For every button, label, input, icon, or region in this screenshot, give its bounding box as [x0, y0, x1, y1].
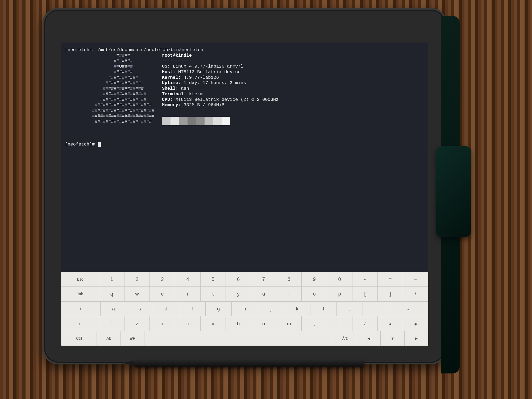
keyboard-row: CtrlAltă/FĂ/£◀▼▶	[61, 331, 428, 346]
key-lbracket[interactable]: [	[352, 286, 378, 302]
key-tab[interactable]: Tab	[61, 286, 99, 302]
key-label: ]	[390, 291, 391, 297]
key-label: 5	[211, 276, 214, 282]
key-k[interactable]: k	[284, 301, 310, 317]
key-backslash[interactable]: \	[403, 286, 428, 302]
key-label: ▶	[415, 336, 418, 340]
key-label: Esc	[77, 277, 83, 281]
key-l[interactable]: l	[310, 301, 337, 317]
key-period[interactable]: .	[327, 316, 352, 331]
key-arrow-right[interactable]: ▶	[404, 331, 428, 346]
key-equals[interactable]: =	[377, 272, 403, 287]
key-p[interactable]: p	[327, 286, 352, 302]
key-label: Tab	[77, 292, 83, 296]
key-z[interactable]: z	[124, 316, 150, 331]
key-y[interactable]: y	[226, 286, 251, 302]
key-n[interactable]: n	[251, 316, 276, 331]
key-alt[interactable]: Alt	[97, 331, 121, 346]
key-comma[interactable]: ,	[301, 316, 327, 331]
key-3[interactable]: 3	[149, 272, 175, 287]
key-e[interactable]: e	[149, 286, 175, 302]
key-label: 4	[186, 276, 189, 282]
key-rbracket[interactable]: ]	[377, 286, 403, 302]
keyboard-row: ◇`zxcvbnm,./▲◆	[61, 316, 428, 331]
key-semicolon[interactable]: ;	[336, 301, 363, 317]
key-2[interactable]: 2	[124, 272, 150, 287]
key-b[interactable]: b	[226, 316, 251, 331]
key-label: b	[237, 321, 240, 327]
on-screen-keyboard: Esc1234567890-=←Tabqwertyuiop[]\⇧asdfghj…	[61, 272, 428, 346]
key-o[interactable]: o	[301, 286, 327, 302]
key-i[interactable]: i	[276, 286, 302, 302]
key-label: j	[271, 306, 272, 312]
key-r[interactable]: r	[175, 286, 200, 302]
key-label: f	[192, 306, 193, 312]
key-a[interactable]: a	[100, 301, 127, 317]
key-label: 6	[237, 276, 240, 282]
key-label: r	[187, 291, 188, 297]
photo-backdrop: [neofetch]# /mnt/us/documents/neofetch/b…	[0, 0, 532, 399]
key-label: ⇧	[79, 307, 82, 311]
key-label: e	[161, 291, 164, 297]
key-m[interactable]: m	[276, 316, 302, 331]
key-escape[interactable]: Esc	[61, 272, 99, 287]
key-backspace[interactable]: ←	[403, 272, 428, 287]
key-fn[interactable]: ă/F	[120, 331, 145, 346]
key-layer[interactable]: ◇	[61, 316, 99, 331]
key-g[interactable]: g	[205, 301, 232, 317]
key-label: ◀	[367, 336, 370, 340]
key-space[interactable]	[144, 331, 333, 346]
keyboard-row: ⇧asdfghjkl;'↲	[61, 301, 428, 316]
key-minus[interactable]: -	[352, 272, 378, 287]
key-1[interactable]: 1	[99, 272, 124, 287]
key-label: p	[338, 291, 341, 297]
key-mod[interactable]: ◆	[403, 316, 428, 331]
key-label: i	[288, 291, 289, 297]
key-label: m	[287, 321, 291, 327]
key-4[interactable]: 4	[175, 272, 200, 287]
key-quote[interactable]: '	[363, 301, 389, 317]
case-pen-loop	[436, 146, 471, 237]
key-arrow-up[interactable]: ▲	[377, 316, 403, 331]
key-v[interactable]: v	[200, 316, 226, 331]
key-f[interactable]: f	[179, 301, 206, 317]
key-7[interactable]: 7	[251, 272, 276, 287]
key-8[interactable]: 8	[276, 272, 302, 287]
key-c[interactable]: c	[175, 316, 200, 331]
key-s[interactable]: s	[127, 301, 153, 317]
key-ctrl[interactable]: Ctrl	[61, 331, 97, 346]
key-arrow-down[interactable]: ▼	[380, 331, 405, 346]
key-shift[interactable]: ⇧	[61, 301, 101, 317]
key-5[interactable]: 5	[200, 272, 226, 287]
stylus-pen	[133, 359, 364, 367]
key-q[interactable]: q	[99, 286, 124, 302]
key-d[interactable]: d	[153, 301, 179, 317]
key-label: 0	[338, 276, 341, 282]
keyboard-row: Tabqwertyuiop[]\	[61, 287, 428, 302]
terminal-cursor	[98, 142, 101, 147]
key-j[interactable]: j	[258, 301, 284, 317]
key-label: c	[186, 321, 189, 327]
key-label: 1	[110, 276, 113, 282]
key-label: ◇	[79, 322, 82, 326]
key-backtick[interactable]: `	[99, 316, 124, 331]
key-x[interactable]: x	[149, 316, 175, 331]
key-label: `	[111, 321, 113, 327]
key-u[interactable]: u	[251, 286, 276, 302]
terminal[interactable]: [neofetch]# /mnt/us/documents/neofetch/b…	[61, 43, 428, 272]
key-6[interactable]: 6	[226, 272, 251, 287]
key-label: .	[339, 321, 340, 327]
key-0[interactable]: 0	[327, 272, 352, 287]
key-altgr[interactable]: Ă/£	[333, 331, 357, 346]
key-label: s	[139, 306, 141, 312]
key-label: d	[165, 306, 168, 312]
key-arrow-left[interactable]: ◀	[357, 331, 381, 346]
key-label: v	[212, 321, 214, 327]
key-enter[interactable]: ↲	[389, 301, 428, 317]
key-9[interactable]: 9	[301, 272, 327, 287]
key-label: z	[136, 321, 138, 327]
key-slash[interactable]: /	[352, 316, 378, 331]
key-t[interactable]: t	[200, 286, 226, 302]
key-w[interactable]: w	[124, 286, 150, 302]
key-h[interactable]: h	[231, 301, 258, 317]
